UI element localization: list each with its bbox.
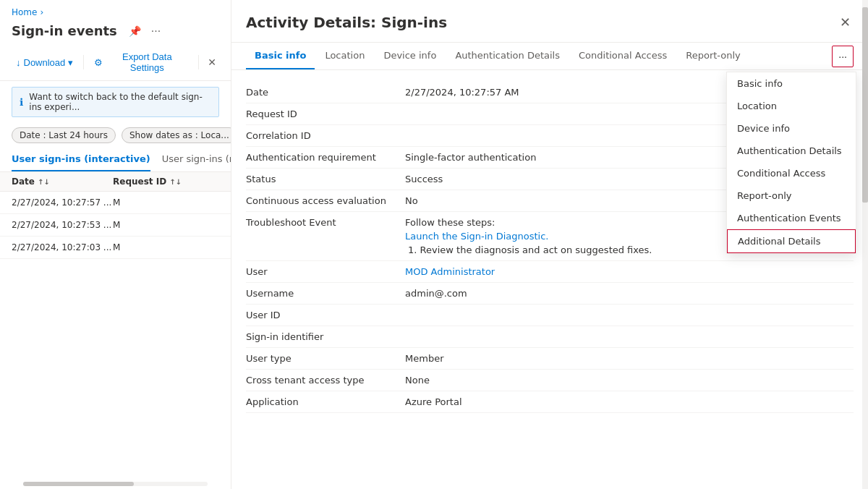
label-user: User: [246, 266, 405, 277]
dropdown-item-basic-info[interactable]: Basic info: [727, 72, 856, 95]
tab-interactive[interactable]: User sign-ins (interactive): [12, 148, 150, 171]
toolbar-separator: [83, 55, 84, 69]
col-date: Date ↑↓: [12, 177, 113, 187]
row-1-date: 2/27/2024, 10:27:57 ...: [12, 197, 113, 208]
label-user-type: User type: [246, 353, 405, 364]
value-username: admin@.com: [405, 288, 854, 299]
date-filter-chip[interactable]: Date : Last 24 hours: [12, 127, 116, 143]
label-application: Application: [246, 396, 405, 407]
horizontal-scrollbar[interactable]: [23, 482, 208, 486]
label-cross-tenant: Cross tenant access type: [246, 375, 405, 386]
sort-icon-reqid[interactable]: ↑↓: [169, 178, 182, 186]
dropdown-item-auth-events[interactable]: Authentication Events: [727, 207, 856, 229]
row-1-reqid: M: [113, 197, 219, 208]
dropdown-item-auth-details[interactable]: Authentication Details: [727, 140, 856, 162]
dropdown-item-conditional-access[interactable]: Conditional Access: [727, 162, 856, 184]
panel-tab-conditional-access[interactable]: Conditional Access: [570, 43, 676, 69]
filters-row: Date : Last 24 hours Show dates as : Loc…: [0, 123, 231, 148]
label-auth-req: Authentication requirement: [246, 152, 405, 163]
tab-non-interactive[interactable]: User sign-ins (nor...: [162, 148, 231, 171]
panel-tab-report-only[interactable]: Report-only: [677, 43, 749, 69]
detail-row-cross-tenant: Cross tenant access type None: [246, 370, 854, 391]
value-cross-tenant: None: [405, 375, 854, 386]
breadcrumb-separator: ›: [40, 7, 43, 17]
row-2-date: 2/27/2024, 10:27:53 ...: [12, 220, 113, 230]
dropdown-item-device-info[interactable]: Device info: [727, 117, 856, 140]
row-2-reqid: M: [113, 220, 219, 230]
title-icons: 📌 ···: [126, 24, 163, 38]
table-header: Date ↑↓ Request ID ↑↓: [0, 172, 231, 192]
export-button[interactable]: ⚙ Export Data Settings: [90, 48, 192, 76]
table-row[interactable]: 2/27/2024, 10:27:03 ... M: [0, 237, 231, 259]
toolbar: ↓ Download ▾ ⚙ Export Data Settings ✕: [0, 44, 231, 81]
sidebar-title-row: Sign-in events 📌 ···: [0, 20, 231, 44]
toolbar-separator-2: [198, 55, 199, 69]
chevron-down-icon: ▾: [68, 57, 73, 68]
label-cae: Continuous access evaluation: [246, 195, 405, 206]
label-troubleshoot: Troubleshoot Event: [246, 217, 405, 228]
detail-row-application: Application Azure Portal: [246, 391, 854, 413]
scrollbar-thumb: [862, 7, 868, 203]
dropdown-item-location[interactable]: Location: [727, 95, 856, 117]
info-icon: ℹ: [20, 96, 23, 108]
label-username: Username: [246, 288, 405, 299]
label-date: Date: [246, 87, 405, 98]
vertical-scrollbar[interactable]: [862, 0, 868, 489]
panel-tab-auth-details[interactable]: Authentication Details: [446, 43, 569, 69]
label-correlation-id: Correlation ID: [246, 130, 405, 141]
label-request-id: Request ID: [246, 109, 405, 119]
detail-row-username: Username admin@.com: [246, 283, 854, 305]
dropdown-item-report-only[interactable]: Report-only: [727, 184, 856, 207]
value-application: Azure Portal: [405, 396, 854, 407]
sidebar: Home › Sign-in events 📌 ··· ↓ Download ▾…: [0, 0, 231, 489]
detail-row-user-id: User ID: [246, 305, 854, 326]
detail-row-user-type: User type Member: [246, 348, 854, 370]
panel-tabs: Basic info Location Device info Authenti…: [231, 43, 868, 70]
page-title: Sign-in events: [12, 23, 117, 38]
table-row[interactable]: 2/27/2024, 10:27:57 ... M: [0, 192, 231, 214]
dropdown-item-additional-details[interactable]: Additional Details: [727, 229, 856, 253]
tabs-dropdown: Basic info Location Device info Authenti…: [726, 72, 856, 254]
detail-row-signin-identifier: Sign-in identifier: [246, 326, 854, 348]
more-tabs-button[interactable]: ···: [832, 46, 854, 67]
value-user-type: Member: [405, 353, 854, 364]
sign-in-tabs: User sign-ins (interactive) User sign-in…: [0, 148, 231, 172]
close-button[interactable]: ✕: [837, 12, 854, 33]
panel-tab-location[interactable]: Location: [316, 43, 373, 69]
gear-icon: ⚙: [94, 57, 103, 68]
label-user-id: User ID: [246, 310, 405, 320]
info-banner: ℹ Want to switch back to the default sig…: [12, 87, 219, 117]
col-reqid: Request ID ↑↓: [113, 177, 219, 187]
detail-row-user: User MOD Administrator: [246, 261, 854, 283]
download-icon: ↓: [16, 57, 21, 68]
breadcrumb: Home ›: [0, 0, 231, 20]
row-3-reqid: M: [113, 242, 219, 252]
info-text: Want to switch back to the default sign-…: [29, 92, 211, 112]
breadcrumb-home[interactable]: Home: [12, 7, 37, 17]
table-body: 2/27/2024, 10:27:57 ... M 2/27/2024, 10:…: [0, 192, 231, 479]
table-row[interactable]: 2/27/2024, 10:27:53 ... M: [0, 214, 231, 237]
download-button[interactable]: ↓ Download ▾: [12, 54, 77, 71]
value-user[interactable]: MOD Administrator: [405, 266, 854, 277]
label-status: Status: [246, 174, 405, 184]
pin-icon[interactable]: 📌: [126, 24, 144, 38]
panel-tab-device-info[interactable]: Device info: [375, 43, 445, 69]
main-panel: Activity Details: Sign-ins ✕ Basic info …: [231, 0, 868, 489]
row-3-date: 2/27/2024, 10:27:03 ...: [12, 242, 113, 252]
sort-icon-date[interactable]: ↑↓: [38, 178, 50, 186]
ellipsis-icon[interactable]: ···: [148, 24, 163, 38]
panel-header: Activity Details: Sign-ins ✕: [231, 0, 868, 43]
date-format-filter-chip[interactable]: Show dates as : Loca...: [122, 127, 231, 143]
panel-title: Activity Details: Sign-ins: [246, 14, 447, 31]
label-signin-identifier: Sign-in identifier: [246, 331, 405, 342]
panel-tab-basic-info[interactable]: Basic info: [246, 43, 315, 69]
toolbar-close-icon[interactable]: ✕: [205, 54, 219, 71]
